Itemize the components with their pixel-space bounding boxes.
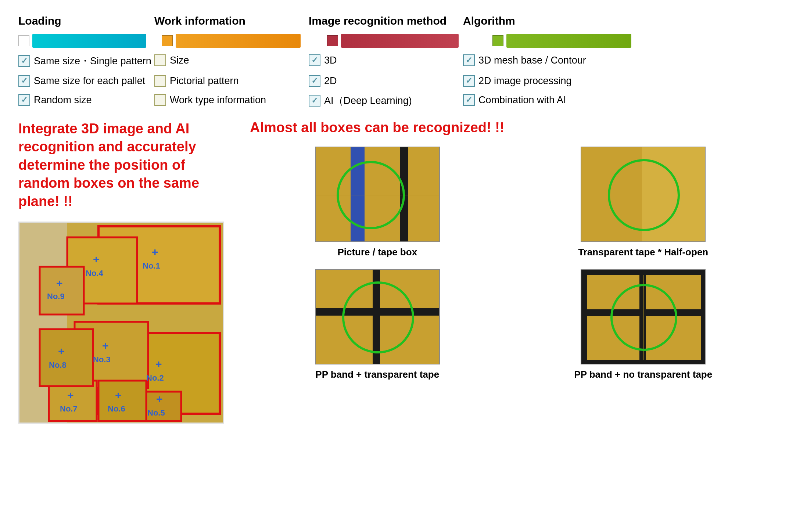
image-cell-3: PP band + transparent tape xyxy=(250,269,505,380)
work-label-2: Pictorial pattern xyxy=(170,75,239,87)
svg-text:No.6: No.6 xyxy=(108,404,125,413)
col-work-header: Work information xyxy=(154,15,309,27)
svg-text:No.4: No.4 xyxy=(86,269,103,278)
svg-text:No.2: No.2 xyxy=(146,373,164,382)
loading-check-2: Same size for each pallet xyxy=(18,75,154,87)
left-headline: Integrate 3D image and AI recognition an… xyxy=(18,120,228,211)
image-cell-2: Transparent tape * Half-open xyxy=(516,147,771,258)
svg-text:+: + xyxy=(156,393,163,405)
svg-text:+: + xyxy=(56,277,63,289)
loading-bar xyxy=(32,34,146,48)
loading-label-2: Same size for each pallet xyxy=(34,75,145,87)
work-bar-icon xyxy=(162,35,173,46)
algo-check-1: 3D mesh base / Contour xyxy=(463,54,617,66)
image-label-2: 2D xyxy=(324,75,337,87)
checkbox-work-2 xyxy=(154,75,166,87)
checkbox-image-1 xyxy=(309,54,320,66)
loading-label-3: Random size xyxy=(34,94,92,106)
image-cell-1: Picture / tape box xyxy=(250,147,505,258)
col-image-header: Image recognition method xyxy=(309,15,463,27)
algo-bar-icon xyxy=(492,35,503,46)
caption-transparent-tape: Transparent tape * Half-open xyxy=(578,247,708,258)
svg-text:+: + xyxy=(102,339,109,352)
checkbox-work-1 xyxy=(154,54,166,66)
svg-rect-7 xyxy=(98,381,146,421)
loading-check-3: Random size xyxy=(18,94,154,106)
transparent-tape-photo xyxy=(581,147,706,242)
algo-bar xyxy=(506,34,631,48)
image-check-3: AI（Deep Learning) xyxy=(309,94,463,107)
image-bar-icon xyxy=(327,35,338,46)
loading-bar-icon xyxy=(18,35,29,46)
caption-pp-band-no-transparent: PP band + no transparent tape xyxy=(574,369,712,380)
image-cell-4: PP band + no transparent tape xyxy=(516,269,771,380)
image-bar xyxy=(341,34,459,48)
caption-pp-band-transparent: PP band + transparent tape xyxy=(315,369,439,380)
work-check-1: Size xyxy=(154,54,309,66)
checkbox-2 xyxy=(18,75,30,87)
pp-band-transparent-photo xyxy=(315,269,440,364)
detection-scene: + No.1 + No.2 + No.3 + No.4 + No.5 + xyxy=(19,223,223,423)
algo-label-3: Combination with AI xyxy=(478,94,566,106)
svg-rect-10 xyxy=(40,267,84,314)
loading-label-1: Same size・Single pattern xyxy=(34,54,151,68)
col-algo-header: Algorithm xyxy=(463,15,617,27)
checkbox-3 xyxy=(18,94,30,106)
col-loading-header: Loading xyxy=(18,15,154,27)
loading-check-1: Same size・Single pattern xyxy=(18,54,154,68)
right-headline: Almost all boxes can be recognized! !! xyxy=(250,120,771,136)
algo-label-1: 3D mesh base / Contour xyxy=(478,55,586,66)
pp-band-no-transparent-photo xyxy=(581,269,706,364)
checkbox-1 xyxy=(18,55,30,67)
svg-text:+: + xyxy=(155,358,162,370)
image-grid: Picture / tape box xyxy=(250,147,771,380)
svg-text:+: + xyxy=(115,389,122,401)
svg-text:No.3: No.3 xyxy=(93,355,111,364)
check-rows: Same size・Single pattern Size 3D 3D mesh… xyxy=(18,54,771,112)
svg-rect-47 xyxy=(639,275,646,360)
checkbox-image-2 xyxy=(309,75,320,87)
svg-text:No.1: No.1 xyxy=(143,261,160,270)
caption-picture-tape: Picture / tape box xyxy=(337,247,417,258)
work-label-3: Work type information xyxy=(170,94,266,106)
image-label-3: AI（Deep Learning) xyxy=(324,94,412,107)
svg-text:No.7: No.7 xyxy=(60,404,78,413)
svg-text:+: + xyxy=(67,389,74,401)
work-bar xyxy=(176,34,301,48)
svg-rect-9 xyxy=(40,329,93,386)
svg-text:+: + xyxy=(93,253,100,265)
checkbox-algo-3 xyxy=(463,94,475,106)
detection-image: + No.1 + No.2 + No.3 + No.4 + No.5 + xyxy=(18,222,224,424)
svg-text:+: + xyxy=(152,246,158,258)
work-check-3: Work type information xyxy=(154,94,309,106)
checkbox-algo-2 xyxy=(463,75,475,87)
svg-text:No.8: No.8 xyxy=(49,360,67,370)
algo-label-2: 2D image processing xyxy=(478,75,572,87)
algo-check-3: Combination with AI xyxy=(463,94,617,106)
work-label-1: Size xyxy=(170,55,189,66)
svg-rect-48 xyxy=(643,275,644,360)
checkbox-work-3 xyxy=(154,94,166,106)
checkbox-image-3 xyxy=(309,95,320,107)
image-label-1: 3D xyxy=(324,55,337,66)
svg-text:No.9: No.9 xyxy=(47,292,65,301)
picture-tape-photo xyxy=(315,147,440,242)
work-check-2: Pictorial pattern xyxy=(154,75,309,87)
checkbox-algo-1 xyxy=(463,54,475,66)
image-check-1: 3D xyxy=(309,54,463,66)
image-check-2: 2D xyxy=(309,75,463,87)
algo-check-2: 2D image processing xyxy=(463,75,617,87)
svg-text:No.5: No.5 xyxy=(147,408,165,417)
svg-text:+: + xyxy=(58,345,65,357)
